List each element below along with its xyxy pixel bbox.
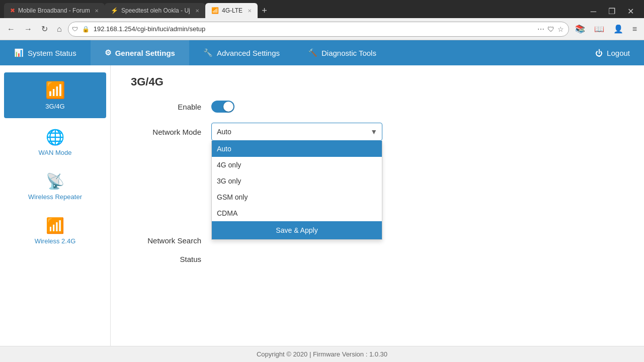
dropdown-option-4g-label: 4G only	[217, 161, 241, 169]
3g4g-icon: 📶	[45, 80, 65, 100]
network-search-label: Network Search	[131, 236, 211, 245]
network-mode-row: Network Mode Auto ▼ Auto 4G only	[131, 123, 624, 141]
tab3-close[interactable]: ✕	[248, 8, 252, 14]
nav-diagnostic-tools[interactable]: 🔨 Diagnostic Tools	[294, 40, 390, 65]
minimize-button[interactable]: ─	[585, 5, 602, 18]
lock-icon: 🔒	[82, 26, 90, 33]
nav-logout[interactable]: ⏻ Logout	[581, 40, 644, 65]
home-button[interactable]: ⌂	[54, 23, 65, 36]
router-app: 📊 System Status ⚙ General Settings 🔧 Adv…	[0, 40, 644, 362]
content-area: 3G/4G Enable Network Mode Auto ▼	[111, 65, 644, 346]
more-icon[interactable]: ⋯	[537, 25, 544, 33]
nav-general-settings-label: General Settings	[115, 49, 175, 57]
reading-view-icon[interactable]: 📖	[591, 22, 607, 36]
back-button[interactable]: ←	[4, 23, 18, 36]
menu-icon[interactable]: ≡	[629, 23, 640, 36]
tab-1[interactable]: ✖ Mobile Broadband - Forum | K... ✕	[4, 3, 105, 18]
reload-button[interactable]: ↻	[38, 22, 51, 36]
shield-icon: 🛡	[72, 26, 78, 33]
save-apply-label: Save & Apply	[276, 226, 317, 234]
sidebar: 📶 3G/4G 🌐 WAN Mode 📡 Wireless Repeater 📶…	[0, 65, 111, 346]
enable-label: Enable	[131, 103, 211, 111]
star-icon[interactable]: ☆	[557, 25, 564, 33]
advanced-settings-icon: 🔧	[203, 48, 213, 57]
page-title: 3G/4G	[131, 75, 624, 88]
tab2-favicon: ⚡	[111, 7, 118, 14]
dropdown-option-gsm-label: GSM only	[217, 193, 248, 201]
nav-diagnostic-tools-label: Diagnostic Tools	[321, 49, 376, 57]
tab-3[interactable]: 📶 4G-LTE ✕	[205, 3, 258, 18]
status-label: Status	[131, 255, 211, 263]
diagnostic-tools-icon: 🔨	[308, 48, 317, 57]
system-status-icon: 📊	[14, 48, 24, 57]
bookmarks-icon[interactable]: 📚	[572, 22, 588, 36]
tab2-close[interactable]: ✕	[195, 8, 199, 14]
wireless-24g-icon: 📶	[46, 217, 64, 234]
tab-2[interactable]: ⚡ Speedtest oleh Ookla - Uji Ke... ✕	[105, 3, 205, 18]
status-row: Status	[131, 255, 624, 263]
footer-text: Copyright © 2020 | Firmware Version : 1.…	[257, 350, 387, 358]
sidebar-item-wan-mode[interactable]: 🌐 WAN Mode	[0, 120, 110, 164]
sidebar-item-3g4g-label: 3G/4G	[45, 103, 64, 110]
enable-toggle[interactable]	[211, 101, 234, 113]
new-tab-button[interactable]: +	[258, 6, 271, 16]
sidebar-item-wan-mode-label: WAN Mode	[39, 149, 72, 156]
wan-mode-icon: 🌐	[46, 128, 64, 146]
dropdown-option-auto-label: Auto	[217, 145, 231, 153]
dropdown-option-cdma[interactable]: CDMA	[212, 205, 382, 221]
toggle-switch[interactable]	[211, 101, 234, 113]
footer: Copyright © 2020 | Firmware Version : 1.…	[0, 346, 644, 362]
network-mode-dropdown: Auto 4G only 3G only GSM only CDMA	[211, 141, 382, 240]
enable-row: Enable	[131, 101, 624, 113]
network-mode-label: Network Mode	[131, 128, 211, 136]
logout-label: Logout	[607, 49, 630, 57]
tab1-close[interactable]: ✕	[95, 8, 99, 14]
sidebar-item-wireless-repeater-label: Wireless Repeater	[28, 193, 82, 201]
dropdown-option-gsm-only[interactable]: GSM only	[212, 189, 382, 205]
nav-system-status-label: System Status	[28, 49, 76, 57]
wireless-repeater-icon: 📡	[46, 172, 64, 190]
tab3-title: 4G-LTE	[222, 7, 243, 14]
tab3-favicon: 📶	[211, 7, 219, 14]
restore-button[interactable]: ❐	[602, 5, 621, 18]
dropdown-option-4g-only[interactable]: 4G only	[212, 157, 382, 173]
address-wrap: 🛡 🔒 ⋯ 🛡 ☆	[68, 22, 569, 37]
address-right-icons: ⋯ 🛡 ☆	[537, 25, 564, 33]
address-input[interactable]	[68, 22, 569, 37]
nav-system-status[interactable]: 📊 System Status	[0, 40, 91, 65]
dropdown-option-3g-only[interactable]: 3G only	[212, 173, 382, 189]
profile-icon[interactable]: 👤	[610, 22, 626, 36]
nav-advanced-settings-label: Advanced Settings	[217, 49, 280, 57]
logout-icon: ⏻	[595, 49, 603, 57]
save-apply-button[interactable]: Save & Apply	[212, 221, 382, 239]
main-content: 📶 3G/4G 🌐 WAN Mode 📡 Wireless Repeater 📶…	[0, 65, 644, 346]
network-mode-select-wrap: Auto ▼ Auto 4G only 3G only	[211, 123, 382, 141]
general-settings-icon: ⚙	[105, 48, 111, 57]
sidebar-item-3g4g[interactable]: 📶 3G/4G	[4, 72, 106, 118]
window-controls: ─ ❐ ✕	[585, 5, 640, 18]
close-button[interactable]: ✕	[621, 5, 640, 18]
dropdown-option-auto[interactable]: Auto	[212, 141, 382, 157]
tab2-title: Speedtest oleh Ookla - Uji Ke...	[121, 7, 190, 14]
forward-button[interactable]: →	[21, 23, 35, 36]
nav-advanced-settings[interactable]: 🔧 Advanced Settings	[189, 40, 294, 65]
sidebar-item-wireless-24g[interactable]: 📶 Wireless 2.4G	[0, 209, 110, 253]
toggle-knob	[223, 102, 233, 112]
tab1-title: Mobile Broadband - Forum | K...	[18, 7, 90, 14]
dropdown-option-cdma-label: CDMA	[217, 209, 237, 217]
sidebar-item-wireless-repeater[interactable]: 📡 Wireless Repeater	[0, 164, 110, 209]
tab1-favicon: ✖	[10, 7, 15, 14]
top-nav: 📊 System Status ⚙ General Settings 🔧 Adv…	[0, 40, 644, 65]
nav-general-settings[interactable]: ⚙ General Settings	[91, 40, 189, 65]
address-bar: ← → ↻ ⌂ 🛡 🔒 ⋯ 🛡 ☆ 📚 📖 👤 ≡	[0, 18, 644, 40]
tab-bar: ✖ Mobile Broadband - Forum | K... ✕ ⚡ Sp…	[0, 0, 644, 18]
sidebar-item-wireless-24g-label: Wireless 2.4G	[35, 237, 76, 245]
dropdown-option-3g-label: 3G only	[217, 177, 241, 185]
network-mode-select[interactable]: Auto	[211, 123, 382, 141]
shield-verify-icon[interactable]: 🛡	[547, 25, 554, 33]
